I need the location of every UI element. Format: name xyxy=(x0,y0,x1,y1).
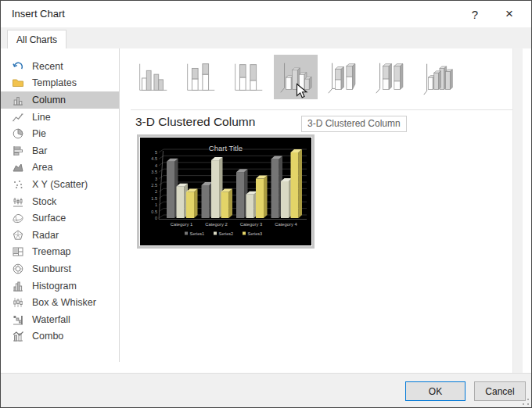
stacked-column-icon xyxy=(182,58,219,97)
threed-stacked-column-icon xyxy=(325,58,362,97)
chart-type-sidebar: Recent Templates Column Line Pie Bar xyxy=(1,48,120,362)
waterfall-icon xyxy=(12,313,24,326)
radar-icon xyxy=(12,229,24,242)
sidebar-item-label: Combo xyxy=(32,331,63,342)
svg-text:1.5: 1.5 xyxy=(151,196,157,201)
sidebar-item-label: Waterfall xyxy=(32,314,70,325)
treemap-icon xyxy=(12,245,24,258)
tab-all-charts[interactable]: All Charts xyxy=(7,30,66,48)
sidebar-item-label: Area xyxy=(32,162,52,173)
sidebar-item-templates[interactable]: Templates xyxy=(1,75,119,92)
sidebar-item-surface[interactable]: Surface xyxy=(1,209,119,227)
sidebar-item-label: Surface xyxy=(32,213,66,224)
svg-text:0: 0 xyxy=(155,216,157,220)
resize-grip[interactable] xyxy=(523,399,529,405)
templates-icon xyxy=(12,77,24,89)
svg-text:Series1: Series1 xyxy=(190,231,205,236)
sidebar-item-label: Box & Whisker xyxy=(32,297,96,308)
tab-strip: All Charts xyxy=(1,27,531,48)
svg-text:0.5: 0.5 xyxy=(151,209,157,214)
histogram-icon xyxy=(12,280,24,292)
sidebar-item-label: Templates xyxy=(32,77,77,88)
recent-icon xyxy=(12,60,24,73)
svg-text:2: 2 xyxy=(155,189,157,194)
svg-text:1: 1 xyxy=(155,202,157,207)
subtype-clustered-column[interactable] xyxy=(131,55,174,99)
combo-icon xyxy=(12,330,24,342)
svg-text:5: 5 xyxy=(155,150,157,155)
sidebar-item-histogram[interactable]: Histogram xyxy=(1,277,119,295)
tab-all-charts-label: All Charts xyxy=(16,34,57,45)
box-whisker-icon xyxy=(12,296,24,309)
stock-icon xyxy=(12,195,24,208)
sidebar-item-label: Bar xyxy=(32,145,47,156)
sidebar-item-waterfall[interactable]: Waterfall xyxy=(1,311,119,328)
sidebar-item-bar[interactable]: Bar xyxy=(1,142,119,159)
ok-button[interactable]: OK xyxy=(405,381,466,401)
sidebar-item-column[interactable]: Column xyxy=(1,91,119,109)
svg-text:4.5: 4.5 xyxy=(151,156,157,161)
sidebar-item-area[interactable]: Area xyxy=(1,159,119,177)
close-button[interactable]: × xyxy=(494,2,525,26)
cancel-button[interactable]: Cancel xyxy=(474,381,526,401)
area-icon xyxy=(12,161,24,174)
svg-text:Series2: Series2 xyxy=(219,231,234,236)
sidebar-item-label: Treemap xyxy=(32,246,71,257)
subtype-row-divider xyxy=(131,109,514,110)
threed-column-icon xyxy=(420,58,458,97)
bar-icon xyxy=(12,145,24,157)
surface-icon xyxy=(12,212,24,224)
sidebar-item-label: Line xyxy=(32,112,51,123)
help-button[interactable]: ? xyxy=(459,2,491,26)
subtype-100-stacked-column[interactable] xyxy=(226,55,270,99)
sidebar-item-treemap[interactable]: Treemap xyxy=(1,244,119,261)
svg-text:3.5: 3.5 xyxy=(151,170,157,174)
subtype-heading: 3-D Clustered Column xyxy=(135,115,255,129)
subtype-tooltip: 3-D Clustered Column xyxy=(301,116,407,132)
column-icon xyxy=(12,94,24,106)
sidebar-item-radar[interactable]: Radar xyxy=(1,227,119,244)
subtype-3d-stacked-column[interactable] xyxy=(322,55,365,99)
subtype-stacked-column[interactable] xyxy=(178,55,222,99)
sidebar-item-label: X Y (Scatter) xyxy=(32,179,88,190)
chart-preview-tile[interactable]: Chart Title00.511.522.533.544.55Category… xyxy=(137,134,315,249)
sidebar-item-line[interactable]: Line xyxy=(1,109,119,126)
svg-text:Category 2: Category 2 xyxy=(205,222,227,227)
hundred-stacked-column-icon xyxy=(229,58,267,97)
title-bar: Insert Chart ? × xyxy=(1,1,531,27)
threed-hundred-stacked-column-icon xyxy=(372,58,410,97)
sidebar-item-box-whisker[interactable]: Box & Whisker xyxy=(1,294,119,311)
sunburst-icon xyxy=(12,263,24,275)
svg-text:Category 1: Category 1 xyxy=(171,222,192,227)
dialog-footer: OK Cancel xyxy=(1,373,531,407)
sidebar-item-label: Stock xyxy=(32,196,56,207)
vertical-scrollbar[interactable] xyxy=(512,48,523,374)
sidebar-item-pie[interactable]: Pie xyxy=(1,125,119,142)
subtype-3d-100-stacked-column[interactable] xyxy=(369,55,413,99)
pie-icon xyxy=(12,127,24,140)
insert-chart-dialog: Insert Chart ? × All Charts Recent Templ… xyxy=(0,0,532,408)
sidebar-item-sunburst[interactable]: Sunburst xyxy=(1,260,119,277)
sidebar-item-stock[interactable]: Stock xyxy=(1,193,119,210)
svg-text:3: 3 xyxy=(155,177,157,181)
svg-text:4: 4 xyxy=(155,163,157,168)
subtype-3d-clustered-column[interactable] xyxy=(274,55,318,99)
svg-text:2.5: 2.5 xyxy=(151,183,157,188)
sidebar-item-label: Sunburst xyxy=(32,263,71,274)
svg-text:Chart Title: Chart Title xyxy=(209,144,243,152)
sidebar-item-label: Pie xyxy=(32,128,46,139)
subtype-icon-row xyxy=(131,55,461,99)
line-icon xyxy=(12,111,24,123)
threed-clustered-column-icon xyxy=(277,58,315,97)
sidebar-item-recent[interactable]: Recent xyxy=(1,58,119,75)
svg-text:Category 4: Category 4 xyxy=(275,222,297,227)
sidebar-item-label: Histogram xyxy=(32,281,77,292)
sidebar-item-combo[interactable]: Combo xyxy=(1,328,119,345)
svg-text:Category 3: Category 3 xyxy=(240,222,262,227)
clustered-column-icon xyxy=(134,58,171,97)
sidebar-item-label: Recent xyxy=(32,61,63,72)
svg-text:Series3: Series3 xyxy=(248,231,263,236)
sidebar-item-xy-scatter[interactable]: X Y (Scatter) xyxy=(1,176,119,193)
dialog-title: Insert Chart xyxy=(12,8,65,20)
subtype-3d-column[interactable] xyxy=(417,55,461,99)
